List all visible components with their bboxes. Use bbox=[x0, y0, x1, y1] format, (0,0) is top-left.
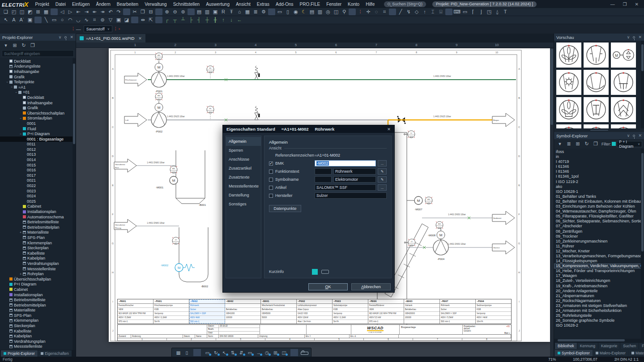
toolbar-icon[interactable]: ○ bbox=[59, 17, 66, 23]
panel-tab[interactable]: Projekt-Explorer bbox=[1, 350, 38, 357]
ok-button[interactable]: OK bbox=[308, 283, 348, 290]
device-column[interactable]: -P003 Substratpumpe KSB Vertpump 400V / … bbox=[333, 299, 368, 324]
symbol-library-item[interactable]: 05_Filterapparate, Flüssigkeitsfilter, G… bbox=[554, 214, 644, 219]
toolbar-icon[interactable] bbox=[51, 9, 58, 15]
tree-item[interactable]: 0012 bbox=[0, 147, 76, 152]
toolbar-icon[interactable]: ✛ bbox=[365, 9, 372, 15]
library-tab[interactable]: Kategorie bbox=[598, 343, 620, 349]
tree-item[interactable]: 0021 bbox=[0, 178, 76, 183]
dialog-category[interactable]: Sperren bbox=[226, 146, 261, 155]
panel-toolbar-icon[interactable]: ⊞ bbox=[574, 141, 581, 147]
toolbar-icon[interactable]: ↖ bbox=[2, 17, 9, 23]
menu-item[interactable]: Extras bbox=[254, 1, 273, 8]
tree-item[interactable]: Verdrahtungsplan bbox=[0, 261, 76, 266]
symbol-library-item[interactable]: I 81346 bbox=[554, 169, 644, 174]
device-column[interactable]: -P004 Sedimentpumpe KSB Vertpump 400V / … bbox=[476, 299, 511, 324]
tree-expander-icon[interactable]: − bbox=[19, 117, 22, 120]
toolbar-icon[interactable]: ↶ bbox=[107, 9, 114, 15]
toolbar-icon[interactable]: ◪ bbox=[123, 17, 130, 23]
tree-item[interactable]: SPS-Plan bbox=[0, 235, 76, 240]
quick-tool-icon[interactable]: ↖ bbox=[221, 349, 228, 356]
toolbar-icon[interactable]: ▥ bbox=[316, 9, 324, 15]
toolbar-icon[interactable]: ⚙ bbox=[260, 9, 267, 15]
quick-tool-icon[interactable]: → bbox=[255, 349, 262, 356]
symbol-library-item[interactable]: I ISO 1219-2 bbox=[554, 179, 644, 184]
tree-item[interactable]: Kabelplan bbox=[0, 333, 76, 339]
dialog-titlebar[interactable]: Eigenschaften Standard =A1+01-M002 Rührw… bbox=[223, 125, 394, 133]
toolbar-icon[interactable]: ▭ bbox=[461, 9, 469, 15]
close-icon[interactable]: ✕ bbox=[638, 133, 642, 138]
symbol-library-item[interactable]: 16_Hebe, Förder und Transporteinrichtung… bbox=[554, 268, 644, 273]
symbol-library-item[interactable]: 15_Kompressoren, Verdichter, Vakuumpumpe… bbox=[554, 264, 644, 268]
symbol-library-item[interactable]: 07_Abscheider bbox=[554, 224, 644, 229]
toolbar-icon[interactable]: ✂ bbox=[131, 9, 138, 15]
menu-item[interactable]: Hilfe bbox=[363, 1, 378, 8]
tree-item[interactable]: + Materialliste bbox=[0, 230, 76, 235]
toolbar-icon[interactable]: ↷ bbox=[115, 9, 122, 15]
tree-scrollbar[interactable] bbox=[73, 58, 76, 350]
symbol-library-item[interactable]: 18_Zuteil-, Verteileinrichtungen bbox=[554, 278, 644, 283]
toolbar-icon[interactable]: ▥ bbox=[204, 9, 211, 15]
symbol-library-item[interactable]: ISO 10628-1 bbox=[554, 189, 644, 194]
dialog-category[interactable]: Zusatztexte bbox=[226, 173, 261, 182]
toolbar-icon[interactable]: ⌨ bbox=[453, 9, 461, 15]
tree-item[interactable]: 0015 bbox=[0, 162, 76, 168]
tree-item[interactable]: Fluid bbox=[0, 126, 76, 132]
symbol-library-item[interactable]: 13_Verarbeitungsmaschinen, Formgebungsma… bbox=[554, 254, 644, 259]
tree-item[interactable]: − =A1 bbox=[0, 85, 76, 90]
kurzinfo-shape-option[interactable] bbox=[321, 270, 329, 274]
toolbar-icon[interactable]: ❏ bbox=[2, 9, 9, 15]
tree-item[interactable]: 0022 bbox=[0, 183, 76, 188]
toolbar-icon[interactable] bbox=[155, 9, 162, 15]
tree-item[interactable]: Klemmenplan bbox=[0, 240, 76, 246]
toolbar-icon[interactable]: ⊕ bbox=[163, 9, 171, 15]
toolbar-icon[interactable]: ↓ bbox=[228, 17, 235, 23]
symbol-library-item[interactable]: 09_Trockner bbox=[554, 234, 644, 239]
device-column[interactable]: -P002 Luftdruckkompressor Atlas Copco GA… bbox=[297, 299, 333, 324]
toolbar-icon[interactable]: ⊞ bbox=[34, 9, 42, 15]
panel-tab[interactable]: Eigenschaften bbox=[38, 350, 72, 357]
tree-item[interactable]: Grafik bbox=[0, 105, 76, 111]
toolbar-icon[interactable] bbox=[389, 9, 396, 15]
preview-tile[interactable] bbox=[584, 43, 609, 68]
symbol-library-item[interactable]: 01_Behälter und Tanks bbox=[554, 194, 644, 199]
toolbar-icon[interactable]: ⊜ bbox=[99, 17, 106, 23]
toolbar-icon[interactable]: ⊛ bbox=[179, 9, 187, 15]
library-tab[interactable]: Kennung bbox=[577, 343, 598, 349]
toolbar-icon[interactable]: ╱ bbox=[397, 9, 404, 15]
quick-tool-icon[interactable]: ◷ bbox=[263, 349, 271, 356]
toolbar-icon[interactable]: ◎ bbox=[324, 9, 332, 15]
tree-item[interactable]: 0023 bbox=[0, 188, 76, 194]
artikel-checkbox[interactable] bbox=[269, 186, 273, 190]
toolbar-icon[interactable]: ▦ bbox=[43, 9, 50, 15]
tree-item[interactable]: Deckblatt bbox=[0, 95, 76, 100]
toolbar-icon[interactable]: ↞ bbox=[91, 9, 98, 15]
toolbar-icon[interactable] bbox=[155, 17, 162, 23]
toolbar-icon[interactable]: ⌂ bbox=[236, 9, 243, 15]
symbol-library-item[interactable]: 21_Absperrarmaturen bbox=[554, 294, 644, 298]
preview-tile[interactable] bbox=[556, 97, 581, 122]
quick-tool-icon[interactable]: ▭ bbox=[246, 349, 254, 356]
panel-toolbar-icon[interactable]: ▾ bbox=[2, 42, 9, 49]
toolbar-icon[interactable]: ⇥ bbox=[83, 9, 90, 15]
toolbar-icon[interactable]: ◳ bbox=[486, 9, 493, 15]
toolbar-icon[interactable]: ⇤ bbox=[75, 9, 82, 15]
chevron-down-icon[interactable]: ∨ bbox=[627, 133, 630, 138]
tree-expander-icon[interactable]: + bbox=[19, 231, 22, 234]
tree-item[interactable]: + Rohrplan bbox=[0, 271, 76, 277]
device-column[interactable]: -B003 Gärtank Behälterbau GB420000 20000… bbox=[404, 299, 440, 324]
menu-item[interactable]: Fenster bbox=[323, 1, 345, 8]
symbolname-checkbox[interactable] bbox=[269, 178, 273, 182]
artikel-input[interactable]: SALOMIX™ SSF bbox=[315, 184, 376, 191]
toolbar-icon[interactable]: ┬ bbox=[171, 17, 179, 23]
preview-tile[interactable] bbox=[611, 124, 636, 128]
symbol-library-item[interactable]: ako bbox=[554, 184, 644, 189]
tree-item[interactable]: Verdrahtungsplan bbox=[0, 339, 76, 344]
panel-toolbar-icon[interactable]: ≣ bbox=[565, 141, 572, 147]
tree-item[interactable]: Deckblatt bbox=[0, 59, 76, 64]
tree-item[interactable]: − +01 bbox=[0, 90, 76, 95]
tree-item[interactable]: 0016 bbox=[0, 167, 76, 173]
library-tab[interactable]: Bibliothek bbox=[555, 343, 577, 349]
tree-item[interactable]: P+I Diagram bbox=[0, 282, 76, 287]
preview-tile[interactable] bbox=[556, 43, 581, 68]
